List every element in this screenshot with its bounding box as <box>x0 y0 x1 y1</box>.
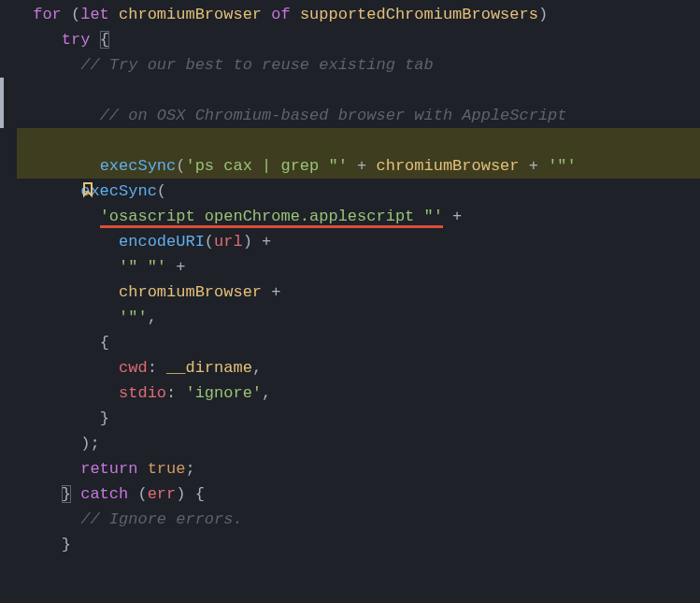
brace: { <box>100 31 109 49</box>
string-literal: '"' <box>548 157 577 175</box>
cursor-indicator <box>0 78 4 128</box>
code-line: // Ignore errors. <box>0 507 700 532</box>
variable: chromiumBrowser <box>119 283 262 301</box>
variable: chromiumBrowser <box>119 6 262 23</box>
code-line: ); <box>0 431 700 456</box>
keyword-catch: catch <box>80 485 128 503</box>
comment: // on OSX Chromium-based browser with Ap… <box>100 107 567 124</box>
code-line: return true; <box>0 456 700 481</box>
function-call: encodeURI <box>119 233 205 251</box>
code-line: try { <box>0 27 700 52</box>
keyword-let: let <box>80 6 109 23</box>
string-literal-underlined: 'osascript openChrome.applescript "' <box>100 208 443 225</box>
code-line-highlighted: execSync('ps cax | grep "' + chromiumBro… <box>0 128 700 179</box>
brace: { <box>100 334 109 352</box>
code-line: } <box>0 532 700 557</box>
code-line: { <box>0 330 700 355</box>
code-line: '"', <box>0 305 700 330</box>
comment: // Ignore errors. <box>80 510 242 528</box>
property: stdio <box>119 384 166 402</box>
code-line: chromiumBrowser + <box>0 280 700 305</box>
brace: } <box>62 485 71 503</box>
code-line: } <box>0 406 700 431</box>
string-literal: 'ps cax | grep "' <box>185 157 347 175</box>
code-line: } catch (err) { <box>0 481 700 507</box>
brace: } <box>100 409 109 427</box>
variable: supportedChromiumBrowsers <box>300 6 538 23</box>
string-literal: '" "' <box>119 258 166 276</box>
code-line: execSync( <box>0 179 700 204</box>
bookmark-icon[interactable] <box>80 131 97 148</box>
parameter: err <box>148 485 177 503</box>
brace: { <box>195 485 205 503</box>
string-literal: '"' <box>119 309 148 326</box>
brace: } <box>62 536 71 553</box>
code-line: stdio: 'ignore', <box>0 380 700 406</box>
code-line: cwd: __dirname, <box>0 355 700 380</box>
comment: // Try our best to reuse existing tab <box>80 56 433 74</box>
keyword-return: return <box>80 460 137 478</box>
code-line: encodeURI(url) + <box>0 229 700 254</box>
keyword-of: of <box>271 6 290 23</box>
boolean: true <box>148 460 186 478</box>
code-line: '" "' + <box>0 254 700 280</box>
code-line: // Try our best to reuse existing tab <box>0 52 700 78</box>
variable: chromiumBrowser <box>377 157 520 175</box>
variable: __dirname <box>166 359 252 377</box>
string-literal: 'ignore' <box>185 384 262 402</box>
code-line: // on OSX Chromium-based browser with Ap… <box>0 78 700 128</box>
keyword-try: try <box>62 31 91 49</box>
keyword-for: for <box>33 6 62 23</box>
code-line: 'osascript openChrome.applescript "' + <box>0 204 700 229</box>
code-line: for (let chromiumBrowser of supportedChr… <box>0 2 700 27</box>
parameter: url <box>214 233 243 251</box>
property: cwd <box>119 359 148 377</box>
